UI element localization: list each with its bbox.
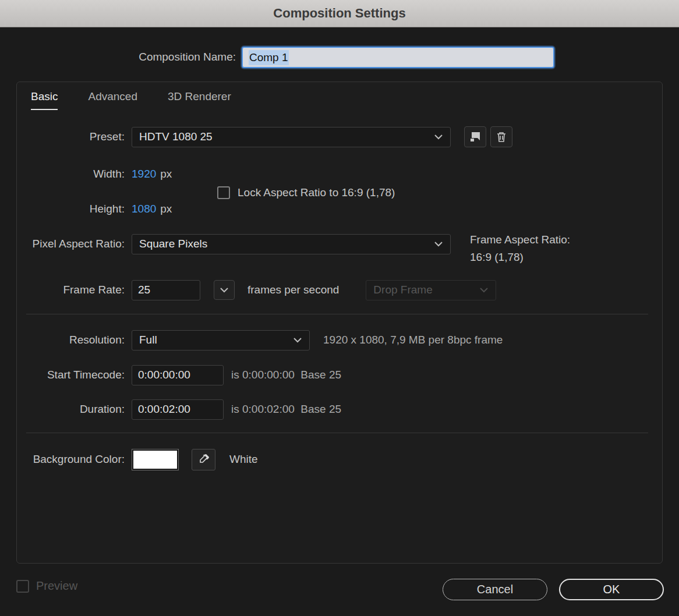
width-value[interactable]: 1920 xyxy=(132,168,156,180)
composition-name-value: Comp 1 xyxy=(249,50,289,65)
drop-frame-value: Drop Frame xyxy=(373,284,479,296)
preset-value: HDTV 1080 25 xyxy=(139,130,434,143)
height-label: Height: xyxy=(17,203,132,215)
divider xyxy=(26,314,648,314)
frame-rate-row: Frame Rate: frames per second Drop Frame xyxy=(17,279,663,300)
background-color-row: Background Color: White xyxy=(17,448,663,470)
width-label: Width: xyxy=(17,168,132,180)
chevron-down-icon xyxy=(434,241,443,247)
tab-3d-renderer[interactable]: 3D Renderer xyxy=(168,90,231,110)
save-preset-button[interactable] xyxy=(464,126,486,147)
background-color-name: White xyxy=(229,453,258,466)
dialog-titlebar: Composition Settings xyxy=(0,0,679,27)
delete-preset-button[interactable] xyxy=(490,126,512,147)
duration-info: is 0:00:02:00 Base 25 xyxy=(231,403,341,416)
lock-aspect-checkbox[interactable] xyxy=(217,186,230,199)
preset-row: Preset: HDTV 1080 25 xyxy=(17,126,663,147)
resolution-dropdown[interactable]: Full xyxy=(132,330,310,351)
background-color-swatch[interactable] xyxy=(132,449,179,470)
start-timecode-info: is 0:00:00:00 Base 25 xyxy=(231,369,341,381)
chevron-down-icon xyxy=(434,134,443,140)
preset-dropdown[interactable]: HDTV 1080 25 xyxy=(132,127,451,147)
composition-name-label: Composition Name: xyxy=(139,51,236,63)
tab-basic[interactable]: Basic xyxy=(31,90,58,110)
frame-aspect-info: Frame Aspect Ratio: 16:9 (1,78) xyxy=(470,231,570,266)
chevron-down-icon xyxy=(293,337,302,343)
frame-rate-dropdown-button[interactable] xyxy=(214,280,235,300)
pixel-aspect-value: Square Pixels xyxy=(139,238,434,250)
preset-label: Preset: xyxy=(17,130,132,143)
duration-label: Duration: xyxy=(17,403,132,416)
resolution-row: Resolution: Full 1920 x 1080, 7,9 MB per… xyxy=(17,330,663,351)
background-color-label: Background Color: xyxy=(17,453,132,466)
tab-bar: Basic Advanced 3D Renderer xyxy=(31,90,231,110)
trash-icon xyxy=(496,131,507,143)
preview-checkbox[interactable] xyxy=(16,580,29,593)
resolution-value: Full xyxy=(139,334,293,346)
eyedropper-button[interactable] xyxy=(192,449,215,470)
preview-toggle: Preview xyxy=(16,579,77,593)
frame-rate-suffix: frames per second xyxy=(247,284,339,296)
duration-row: Duration: is 0:00:02:00 Base 25 xyxy=(17,399,663,420)
height-value[interactable]: 1080 xyxy=(132,203,156,215)
frame-rate-label: Frame Rate: xyxy=(17,284,132,296)
pixel-aspect-label: Pixel Aspect Ratio: xyxy=(17,238,132,250)
divider xyxy=(26,433,648,433)
duration-input[interactable] xyxy=(132,399,224,420)
pixel-aspect-dropdown[interactable]: Square Pixels xyxy=(132,234,451,254)
chevron-down-icon xyxy=(479,287,489,293)
width-unit: px xyxy=(160,168,172,180)
height-row: Height: 1080 px xyxy=(17,199,663,220)
height-unit: px xyxy=(160,203,172,215)
lock-aspect-label: Lock Aspect Ratio to 16:9 (1,78) xyxy=(238,186,395,199)
dialog-footer: Preview Cancel OK xyxy=(0,564,679,616)
resolution-label: Resolution: xyxy=(17,334,132,346)
eyedropper-icon xyxy=(198,454,210,465)
composition-name-row: Composition Name: Comp 1 xyxy=(0,47,679,69)
start-timecode-label: Start Timecode: xyxy=(17,369,132,381)
settings-panel: Basic Advanced 3D Renderer Preset: HDTV … xyxy=(16,82,663,564)
tab-advanced[interactable]: Advanced xyxy=(88,90,137,110)
frame-aspect-label: Frame Aspect Ratio: xyxy=(470,231,570,249)
save-preset-icon xyxy=(470,132,480,142)
composition-name-input[interactable]: Comp 1 xyxy=(242,47,554,68)
resolution-info: 1920 x 1080, 7,9 MB per 8bpc frame xyxy=(323,334,503,346)
width-row: Width: 1920 px xyxy=(17,164,663,185)
dialog-title: Composition Settings xyxy=(273,6,405,21)
start-timecode-input[interactable] xyxy=(132,365,224,385)
drop-frame-dropdown: Drop Frame xyxy=(366,280,496,300)
frame-aspect-value: 16:9 (1,78) xyxy=(470,249,570,266)
cancel-button[interactable]: Cancel xyxy=(443,579,547,600)
start-timecode-row: Start Timecode: is 0:00:00:00 Base 25 xyxy=(17,364,663,385)
ok-button[interactable]: OK xyxy=(559,579,664,600)
preview-label: Preview xyxy=(36,579,77,593)
chevron-down-icon xyxy=(220,287,229,293)
frame-rate-input[interactable] xyxy=(132,280,200,300)
